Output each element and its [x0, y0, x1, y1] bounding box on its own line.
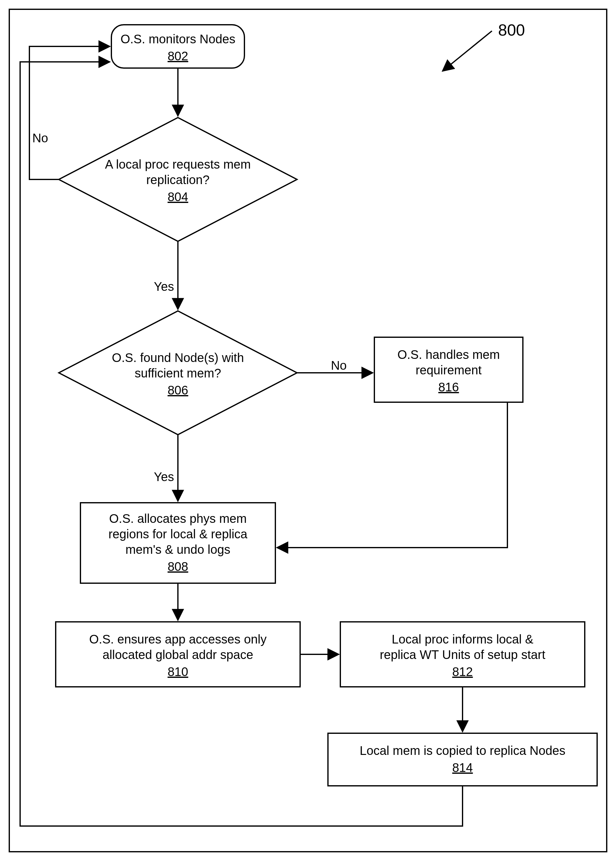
node-812-line2: replica WT Units of setup start [380, 648, 545, 661]
svg-line-0 [442, 31, 492, 71]
edge-804-806-yes: Yes [154, 241, 178, 310]
node-802-ref: 802 [168, 49, 189, 63]
node-804: A local proc requests mem replication? 8… [59, 118, 297, 241]
diagram-number-text: 800 [498, 21, 525, 39]
node-804-ref: 804 [168, 190, 189, 204]
node-816-line1: O.S. handles mem [397, 348, 500, 361]
node-804-line2: replication? [146, 173, 210, 187]
node-806-ref: 806 [168, 383, 189, 397]
node-810-ref: 810 [168, 665, 189, 679]
node-816: O.S. handles mem requirement 816 [374, 337, 523, 402]
node-808: O.S. allocates phys mem regions for loca… [80, 503, 275, 583]
node-802: O.S. monitors Nodes 802 [112, 25, 244, 68]
node-806-line2: sufficient mem? [135, 366, 221, 380]
node-816-ref: 816 [438, 380, 459, 394]
node-810-line2: allocated global addr space [102, 648, 253, 661]
node-808-ref: 808 [168, 560, 189, 573]
edge-806-808-yes: Yes [154, 435, 178, 501]
edge-816-808 [277, 402, 508, 548]
node-802-text: O.S. monitors Nodes [120, 32, 235, 46]
label-no-806: No [331, 358, 347, 372]
node-810: O.S. ensures app accesses only allocated… [56, 622, 300, 687]
node-814-ref: 814 [453, 761, 473, 775]
node-814: Local mem is copied to replica Nodes 814 [328, 733, 597, 786]
node-808-line1: O.S. allocates phys mem [109, 512, 247, 525]
edge-806-816-no: No [297, 358, 373, 373]
flowchart-svg: 800 O.S. monitors Nodes 802 A local proc… [0, 0, 616, 861]
node-806-line1: O.S. found Node(s) with [112, 351, 244, 365]
node-812-line1: Local proc informs local & [392, 632, 533, 646]
node-808-line2: regions for local & replica [108, 527, 248, 541]
node-812: Local proc informs local & replica WT Un… [340, 622, 585, 687]
label-yes-806: Yes [154, 470, 174, 484]
node-816-line2: requirement [415, 363, 481, 377]
node-804-line1: A local proc requests mem [105, 157, 251, 171]
node-814-line1: Local mem is copied to replica Nodes [360, 744, 566, 757]
svg-rect-11 [328, 733, 597, 786]
node-810-line1: O.S. ensures app accesses only [89, 632, 267, 646]
node-806: O.S. found Node(s) with sufficient mem? … [59, 311, 297, 435]
node-812-ref: 812 [453, 665, 473, 679]
node-808-line3: mem's & undo logs [126, 543, 231, 556]
label-no-804: No [32, 131, 48, 145]
label-yes-804: Yes [154, 280, 174, 293]
diagram-number: 800 [442, 21, 525, 71]
diagram-border [9, 9, 607, 852]
